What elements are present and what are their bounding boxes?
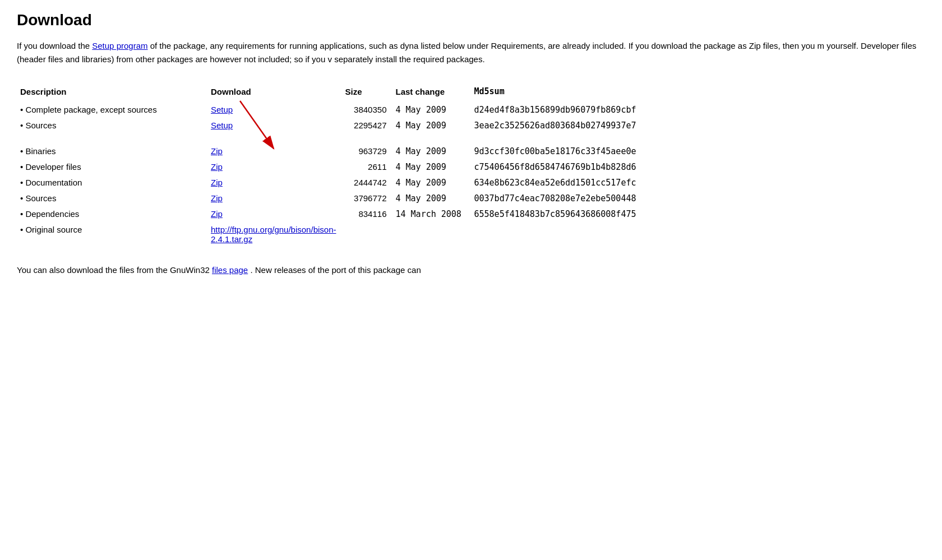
cell-description: • Complete package, except sources bbox=[17, 102, 207, 118]
cell-size: 2295427 bbox=[341, 118, 392, 133]
cell-download[interactable]: http://ftp.gnu.org/gnu/bison/bison-2.4.1… bbox=[207, 222, 341, 247]
cell-lastchange: 4 May 2009 bbox=[392, 159, 470, 175]
download-link[interactable]: Zip bbox=[211, 193, 223, 203]
cell-download[interactable]: Zip bbox=[207, 175, 341, 191]
cell-description: • Sources bbox=[17, 191, 207, 206]
cell-download[interactable]: Zip bbox=[207, 191, 341, 206]
cell-description: • Dependencies bbox=[17, 206, 207, 222]
col-header-description: Description bbox=[17, 83, 207, 102]
col-header-md5sum: Md5sum bbox=[470, 83, 925, 102]
cell-download[interactable]: Zip bbox=[207, 159, 341, 175]
cell-description: • Developer files bbox=[17, 159, 207, 175]
cell-lastchange: 4 May 2009 bbox=[392, 144, 470, 159]
cell-lastchange: 14 March 2008 bbox=[392, 206, 470, 222]
cell-md5: 9d3ccf30fc00ba5e18176c33f45aee0e bbox=[470, 144, 925, 159]
cell-download[interactable]: Setup bbox=[207, 102, 341, 118]
cell-description: • Original source bbox=[17, 222, 207, 247]
download-table: Description Download Size Last change Md… bbox=[17, 83, 925, 247]
page-title: Download bbox=[17, 11, 925, 29]
table-row: • SourcesZip37967724 May 20090037bd77c4e… bbox=[17, 191, 925, 206]
cell-md5: 6558e5f418483b7c859643686008f475 bbox=[470, 206, 925, 222]
cell-description: • Binaries bbox=[17, 144, 207, 159]
external-download-link[interactable]: http://ftp.gnu.org/gnu/bison/bison-2.4.1… bbox=[211, 225, 336, 244]
download-link[interactable]: Zip bbox=[211, 209, 223, 219]
col-header-download: Download bbox=[207, 83, 341, 102]
cell-md5: d24ed4f8a3b156899db96079fb869cbf bbox=[470, 102, 925, 118]
cell-description: • Documentation bbox=[17, 175, 207, 191]
cell-download[interactable]: Zip bbox=[207, 144, 341, 159]
cell-size: 834116 bbox=[341, 206, 392, 222]
cell-md5: 3eae2c3525626ad803684b02749937e7 bbox=[470, 118, 925, 133]
footer-text-after: . New releases of the port of this packa… bbox=[250, 265, 421, 275]
download-link[interactable]: Zip bbox=[211, 162, 223, 172]
cell-download[interactable]: Zip bbox=[207, 206, 341, 222]
download-link[interactable]: Zip bbox=[211, 146, 223, 156]
cell-lastchange: 4 May 2009 bbox=[392, 118, 470, 133]
download-link[interactable]: Setup bbox=[211, 121, 233, 130]
cell-size: 963729 bbox=[341, 144, 392, 159]
table-row: • DependenciesZip83411614 March 20086558… bbox=[17, 206, 925, 222]
table-row: • BinariesZip9637294 May 20099d3ccf30fc0… bbox=[17, 144, 925, 159]
col-header-lastchange: Last change bbox=[392, 83, 470, 102]
cell-md5: 634e8b623c84ea52e6dd1501cc517efc bbox=[470, 175, 925, 191]
cell-lastchange: 4 May 2009 bbox=[392, 175, 470, 191]
cell-size bbox=[341, 222, 392, 247]
table-row: • DocumentationZip24447424 May 2009634e8… bbox=[17, 175, 925, 191]
table-row: • Complete package, except sourcesSetup3… bbox=[17, 102, 925, 118]
table-row: • Developer filesZip26114 May 2009c75406… bbox=[17, 159, 925, 175]
cell-size: 3840350 bbox=[341, 102, 392, 118]
col-header-size: Size bbox=[341, 83, 392, 102]
table-row: • SourcesSetup22954274 May 20093eae2c352… bbox=[17, 118, 925, 133]
cell-description: • Sources bbox=[17, 118, 207, 133]
setup-program-link[interactable]: Setup program bbox=[92, 41, 147, 50]
table-spacer-row bbox=[17, 133, 925, 144]
cell-md5: 0037bd77c4eac708208e7e2ebe500448 bbox=[470, 191, 925, 206]
cell-size: 2444742 bbox=[341, 175, 392, 191]
cell-download[interactable]: Setup bbox=[207, 118, 341, 133]
files-page-link[interactable]: files page bbox=[212, 265, 248, 275]
cell-lastchange: 4 May 2009 bbox=[392, 191, 470, 206]
footer-text-before: You can also download the files from the… bbox=[17, 265, 210, 275]
cell-md5: c75406456f8d6584746769b1b4b828d6 bbox=[470, 159, 925, 175]
intro-paragraph: If you download the Setup program of the… bbox=[17, 39, 925, 66]
cell-size: 2611 bbox=[341, 159, 392, 175]
footer-paragraph: You can also download the files from the… bbox=[17, 263, 925, 277]
table-row: • Original sourcehttp://ftp.gnu.org/gnu/… bbox=[17, 222, 925, 247]
cell-lastchange bbox=[392, 222, 470, 247]
cell-size: 3796772 bbox=[341, 191, 392, 206]
cell-md5 bbox=[470, 222, 925, 247]
download-link[interactable]: Setup bbox=[211, 105, 233, 114]
download-link[interactable]: Zip bbox=[211, 178, 223, 187]
cell-lastchange: 4 May 2009 bbox=[392, 102, 470, 118]
